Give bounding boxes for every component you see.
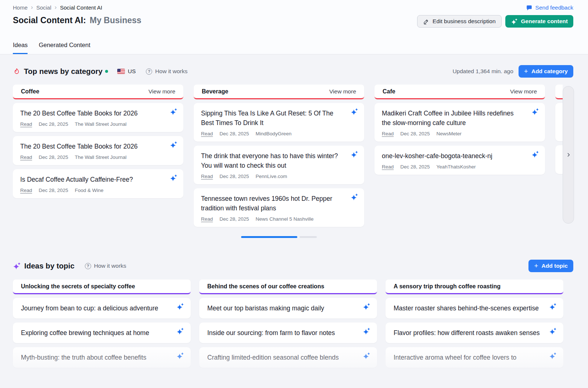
read-link[interactable]: Read [382, 131, 394, 136]
ai-sparkles-icon[interactable] [531, 108, 539, 115]
page: Home › Social › Social Content AI Send f… [0, 0, 588, 388]
idea-card[interactable]: Master roaster shares behind-the-scenes … [386, 298, 563, 318]
idea-card[interactable]: Exploring coffee brewing techniques at h… [13, 323, 191, 343]
carousel-page-indicator-active[interactable] [241, 236, 297, 238]
read-link[interactable]: Read [20, 121, 32, 127]
ai-sparkles-icon[interactable] [170, 141, 178, 149]
topic-name: A sensory trip through coffee roasting [394, 283, 501, 290]
news-card[interactable] [555, 103, 563, 141]
topic-name: Behind the scenes of our coffee creation… [207, 283, 324, 290]
news-card[interactable]: The drink that everyone has to have this… [194, 146, 364, 184]
news-section-title: Top news by category [24, 67, 103, 76]
us-flag-icon [117, 69, 125, 74]
category-name: Beverage [202, 88, 228, 95]
ai-sparkles-icon[interactable] [351, 193, 358, 201]
ai-sparkles-icon[interactable] [549, 352, 557, 360]
breadcrumb-social[interactable]: Social [36, 4, 51, 11]
news-card[interactable]: The 20 Best Coffee Table Books for 2026 … [13, 136, 183, 165]
read-link[interactable]: Read [382, 164, 394, 170]
ai-sparkles-icon[interactable] [363, 352, 370, 360]
send-feedback-link[interactable]: Send feedback [526, 4, 573, 11]
add-category-button[interactable]: + Add category [519, 65, 573, 78]
idea-card[interactable]: Journey from bean to cup: a delicious ad… [13, 298, 191, 318]
help-icon[interactable]: ? [146, 68, 152, 75]
view-more-link[interactable]: View more [148, 88, 175, 95]
page-title: Social Content AI: [13, 15, 86, 25]
idea-text: Meet our top baristas making magic daily [207, 305, 324, 312]
idea-card[interactable]: Inside our sourcing: from farm to flavor… [199, 323, 377, 343]
category-name: Cafe [383, 88, 395, 95]
category-column-beverage: Beverage View more Sipping This Tea Is L… [194, 85, 364, 231]
news-card-date: Dec 28, 2025 [400, 164, 430, 170]
news-card-source: PennLive.com [256, 174, 287, 179]
read-link[interactable]: Read [201, 174, 213, 179]
news-card[interactable]: Madikeri Craft Coffee in Jubilee Hills r… [374, 103, 545, 142]
news-card-title: Tennessee town revives 1960s hot Dr. Pep… [201, 194, 357, 213]
idea-card[interactable]: Flavor profiles: how different roasts aw… [386, 323, 563, 343]
breadcrumb-home[interactable]: Home [13, 4, 28, 11]
news-card[interactable]: The 20 Best Coffee Table Books for 2026 … [13, 103, 183, 132]
news-card[interactable]: Tennessee town revives 1960s hot Dr. Pep… [194, 188, 364, 227]
idea-text: Crafting limited-edition seasonal coffee… [207, 354, 339, 361]
news-card[interactable]: Sipping This Tea Is Like A Gut Reset: 5 … [194, 103, 364, 142]
news-card-meta: Read Dec 28, 2025 Food & Wine [20, 188, 176, 193]
breadcrumb-current: Social Content AI [60, 4, 102, 11]
country-label: US [128, 68, 136, 75]
read-link[interactable]: Read [201, 131, 213, 136]
news-card[interactable]: Is Decaf Coffee Actually Caffeine-Free? … [13, 169, 183, 198]
ai-sparkles-icon[interactable] [351, 150, 358, 158]
read-link[interactable]: Read [20, 188, 32, 193]
category-column-coffee: Coffee View more The 20 Best Coffee Tabl… [13, 85, 183, 231]
news-card[interactable]: one-lev-kosher-cafe-bogota-teaneck-nj Re… [374, 146, 545, 175]
top-news-section: Top news by category US ? How it works U… [13, 65, 573, 238]
ai-sparkles-icon[interactable] [531, 150, 539, 158]
category-header-card [555, 85, 563, 99]
carousel-next-button[interactable] [563, 86, 574, 224]
how-it-works-link[interactable]: How it works [155, 68, 187, 75]
ai-sparkles-icon[interactable] [176, 352, 184, 360]
topic-column-2: Behind the scenes of our coffee creation… [199, 280, 377, 372]
edit-business-description-button[interactable]: Edit business description [417, 15, 501, 28]
carousel-pagination [13, 236, 545, 238]
idea-card[interactable]: Crafting limited-edition seasonal coffee… [199, 347, 377, 368]
breadcrumb-separator-icon: › [31, 4, 33, 10]
ai-sparkles-icon[interactable] [176, 303, 184, 310]
how-it-works-link[interactable]: How it works [94, 263, 126, 269]
ai-sparkles-icon[interactable] [176, 327, 184, 335]
generate-content-button[interactable]: Generate content [505, 15, 573, 28]
page-subtitle: My Business [90, 15, 141, 25]
view-more-link[interactable]: View more [329, 88, 356, 95]
news-card-title: The 20 Best Coffee Table Books for 2026 [20, 142, 176, 151]
category-header-card: Beverage View more [194, 85, 364, 99]
tabs: Ideas Generated Content [13, 42, 90, 54]
news-section-header: Top news by category US ? How it works U… [13, 65, 573, 78]
status-dot [105, 70, 108, 73]
ai-sparkles-icon[interactable] [170, 174, 178, 182]
ai-sparkles-icon[interactable] [351, 108, 358, 115]
idea-card[interactable]: Myth-busting: the truth about coffee ben… [13, 347, 191, 368]
topic-column-3: A sensory trip through coffee roasting M… [386, 280, 563, 372]
help-icon[interactable]: ? [85, 263, 91, 269]
ideas-section-header: Ideas by topic ? How it works + Add topi… [13, 259, 573, 273]
add-topic-button[interactable]: + Add topic [528, 260, 573, 272]
tab-ideas[interactable]: Ideas [13, 42, 28, 54]
ai-sparkles-icon[interactable] [549, 303, 557, 310]
news-card-date: Dec 28, 2025 [400, 131, 430, 136]
view-more-link[interactable]: View more [510, 88, 537, 95]
updated-label: Updated 1,364 min. ago [452, 68, 513, 75]
idea-card[interactable]: Meet our top baristas making magic daily [199, 298, 377, 318]
idea-text: Flavor profiles: how different roasts aw… [394, 329, 540, 337]
read-link[interactable]: Read [201, 216, 213, 222]
send-feedback-label: Send feedback [535, 4, 573, 11]
ai-sparkles-icon[interactable] [549, 327, 557, 335]
carousel-page-indicator[interactable] [300, 236, 317, 238]
ai-sparkles-icon[interactable] [363, 327, 370, 335]
category-name: Coffee [21, 88, 39, 95]
tab-generated-content[interactable]: Generated Content [39, 42, 90, 54]
ai-sparkles-icon[interactable] [170, 108, 178, 115]
idea-card[interactable]: Interactive aroma wheel for coffee lover… [386, 347, 563, 368]
read-link[interactable]: Read [20, 154, 32, 160]
news-card-title: one-lev-kosher-cafe-bogota-teaneck-nj [382, 151, 538, 161]
news-card[interactable] [555, 145, 563, 174]
ai-sparkles-icon[interactable] [363, 303, 370, 310]
